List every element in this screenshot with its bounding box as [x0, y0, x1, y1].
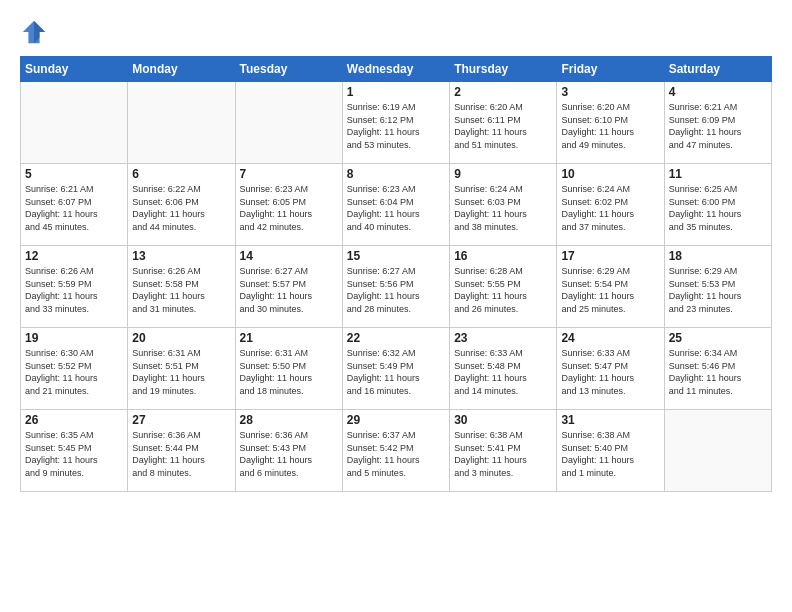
calendar-cell: 16Sunrise: 6:28 AM Sunset: 5:55 PM Dayli… — [450, 246, 557, 328]
calendar-cell: 7Sunrise: 6:23 AM Sunset: 6:05 PM Daylig… — [235, 164, 342, 246]
calendar-week-2: 5Sunrise: 6:21 AM Sunset: 6:07 PM Daylig… — [21, 164, 772, 246]
cell-info: Sunrise: 6:31 AM Sunset: 5:51 PM Dayligh… — [132, 347, 230, 397]
calendar-cell: 8Sunrise: 6:23 AM Sunset: 6:04 PM Daylig… — [342, 164, 449, 246]
cell-info: Sunrise: 6:20 AM Sunset: 6:11 PM Dayligh… — [454, 101, 552, 151]
weekday-header-thursday: Thursday — [450, 57, 557, 82]
day-number: 21 — [240, 331, 338, 345]
cell-info: Sunrise: 6:29 AM Sunset: 5:53 PM Dayligh… — [669, 265, 767, 315]
calendar-cell: 14Sunrise: 6:27 AM Sunset: 5:57 PM Dayli… — [235, 246, 342, 328]
day-number: 4 — [669, 85, 767, 99]
calendar-cell — [128, 82, 235, 164]
cell-info: Sunrise: 6:38 AM Sunset: 5:41 PM Dayligh… — [454, 429, 552, 479]
day-number: 27 — [132, 413, 230, 427]
calendar-cell: 28Sunrise: 6:36 AM Sunset: 5:43 PM Dayli… — [235, 410, 342, 492]
day-number: 9 — [454, 167, 552, 181]
calendar-cell: 29Sunrise: 6:37 AM Sunset: 5:42 PM Dayli… — [342, 410, 449, 492]
cell-info: Sunrise: 6:21 AM Sunset: 6:09 PM Dayligh… — [669, 101, 767, 151]
calendar-cell — [664, 410, 771, 492]
cell-info: Sunrise: 6:26 AM Sunset: 5:58 PM Dayligh… — [132, 265, 230, 315]
calendar-cell: 25Sunrise: 6:34 AM Sunset: 5:46 PM Dayli… — [664, 328, 771, 410]
weekday-header-monday: Monday — [128, 57, 235, 82]
cell-info: Sunrise: 6:29 AM Sunset: 5:54 PM Dayligh… — [561, 265, 659, 315]
calendar-cell: 27Sunrise: 6:36 AM Sunset: 5:44 PM Dayli… — [128, 410, 235, 492]
calendar-week-5: 26Sunrise: 6:35 AM Sunset: 5:45 PM Dayli… — [21, 410, 772, 492]
day-number: 14 — [240, 249, 338, 263]
day-number: 7 — [240, 167, 338, 181]
cell-info: Sunrise: 6:32 AM Sunset: 5:49 PM Dayligh… — [347, 347, 445, 397]
cell-info: Sunrise: 6:21 AM Sunset: 6:07 PM Dayligh… — [25, 183, 123, 233]
day-number: 20 — [132, 331, 230, 345]
calendar-cell: 22Sunrise: 6:32 AM Sunset: 5:49 PM Dayli… — [342, 328, 449, 410]
weekday-header-sunday: Sunday — [21, 57, 128, 82]
day-number: 13 — [132, 249, 230, 263]
day-number: 22 — [347, 331, 445, 345]
cell-info: Sunrise: 6:36 AM Sunset: 5:44 PM Dayligh… — [132, 429, 230, 479]
cell-info: Sunrise: 6:23 AM Sunset: 6:05 PM Dayligh… — [240, 183, 338, 233]
day-number: 6 — [132, 167, 230, 181]
cell-info: Sunrise: 6:27 AM Sunset: 5:56 PM Dayligh… — [347, 265, 445, 315]
calendar-cell — [21, 82, 128, 164]
day-number: 3 — [561, 85, 659, 99]
calendar-cell: 12Sunrise: 6:26 AM Sunset: 5:59 PM Dayli… — [21, 246, 128, 328]
day-number: 10 — [561, 167, 659, 181]
cell-info: Sunrise: 6:27 AM Sunset: 5:57 PM Dayligh… — [240, 265, 338, 315]
calendar-cell: 2Sunrise: 6:20 AM Sunset: 6:11 PM Daylig… — [450, 82, 557, 164]
cell-info: Sunrise: 6:22 AM Sunset: 6:06 PM Dayligh… — [132, 183, 230, 233]
cell-info: Sunrise: 6:28 AM Sunset: 5:55 PM Dayligh… — [454, 265, 552, 315]
calendar-cell: 9Sunrise: 6:24 AM Sunset: 6:03 PM Daylig… — [450, 164, 557, 246]
calendar-cell: 4Sunrise: 6:21 AM Sunset: 6:09 PM Daylig… — [664, 82, 771, 164]
calendar-cell: 30Sunrise: 6:38 AM Sunset: 5:41 PM Dayli… — [450, 410, 557, 492]
day-number: 29 — [347, 413, 445, 427]
page: SundayMondayTuesdayWednesdayThursdayFrid… — [0, 0, 792, 612]
calendar-cell: 24Sunrise: 6:33 AM Sunset: 5:47 PM Dayli… — [557, 328, 664, 410]
day-number: 24 — [561, 331, 659, 345]
day-number: 31 — [561, 413, 659, 427]
day-number: 25 — [669, 331, 767, 345]
calendar-week-4: 19Sunrise: 6:30 AM Sunset: 5:52 PM Dayli… — [21, 328, 772, 410]
cell-info: Sunrise: 6:38 AM Sunset: 5:40 PM Dayligh… — [561, 429, 659, 479]
calendar-cell: 31Sunrise: 6:38 AM Sunset: 5:40 PM Dayli… — [557, 410, 664, 492]
calendar-cell: 26Sunrise: 6:35 AM Sunset: 5:45 PM Dayli… — [21, 410, 128, 492]
day-number: 28 — [240, 413, 338, 427]
calendar-cell — [235, 82, 342, 164]
calendar-cell: 10Sunrise: 6:24 AM Sunset: 6:02 PM Dayli… — [557, 164, 664, 246]
day-number: 17 — [561, 249, 659, 263]
calendar-cell: 15Sunrise: 6:27 AM Sunset: 5:56 PM Dayli… — [342, 246, 449, 328]
calendar-cell: 20Sunrise: 6:31 AM Sunset: 5:51 PM Dayli… — [128, 328, 235, 410]
cell-info: Sunrise: 6:37 AM Sunset: 5:42 PM Dayligh… — [347, 429, 445, 479]
cell-info: Sunrise: 6:20 AM Sunset: 6:10 PM Dayligh… — [561, 101, 659, 151]
calendar-cell: 18Sunrise: 6:29 AM Sunset: 5:53 PM Dayli… — [664, 246, 771, 328]
day-number: 15 — [347, 249, 445, 263]
cell-info: Sunrise: 6:33 AM Sunset: 5:48 PM Dayligh… — [454, 347, 552, 397]
calendar-header-row: SundayMondayTuesdayWednesdayThursdayFrid… — [21, 57, 772, 82]
day-number: 11 — [669, 167, 767, 181]
day-number: 23 — [454, 331, 552, 345]
weekday-header-tuesday: Tuesday — [235, 57, 342, 82]
day-number: 30 — [454, 413, 552, 427]
weekday-header-wednesday: Wednesday — [342, 57, 449, 82]
calendar-cell: 1Sunrise: 6:19 AM Sunset: 6:12 PM Daylig… — [342, 82, 449, 164]
day-number: 1 — [347, 85, 445, 99]
day-number: 18 — [669, 249, 767, 263]
cell-info: Sunrise: 6:30 AM Sunset: 5:52 PM Dayligh… — [25, 347, 123, 397]
cell-info: Sunrise: 6:26 AM Sunset: 5:59 PM Dayligh… — [25, 265, 123, 315]
cell-info: Sunrise: 6:25 AM Sunset: 6:00 PM Dayligh… — [669, 183, 767, 233]
day-number: 12 — [25, 249, 123, 263]
day-number: 26 — [25, 413, 123, 427]
day-number: 8 — [347, 167, 445, 181]
cell-info: Sunrise: 6:23 AM Sunset: 6:04 PM Dayligh… — [347, 183, 445, 233]
cell-info: Sunrise: 6:19 AM Sunset: 6:12 PM Dayligh… — [347, 101, 445, 151]
cell-info: Sunrise: 6:24 AM Sunset: 6:03 PM Dayligh… — [454, 183, 552, 233]
cell-info: Sunrise: 6:36 AM Sunset: 5:43 PM Dayligh… — [240, 429, 338, 479]
calendar-cell: 6Sunrise: 6:22 AM Sunset: 6:06 PM Daylig… — [128, 164, 235, 246]
calendar-cell: 23Sunrise: 6:33 AM Sunset: 5:48 PM Dayli… — [450, 328, 557, 410]
weekday-header-friday: Friday — [557, 57, 664, 82]
calendar-cell: 17Sunrise: 6:29 AM Sunset: 5:54 PM Dayli… — [557, 246, 664, 328]
calendar-cell: 21Sunrise: 6:31 AM Sunset: 5:50 PM Dayli… — [235, 328, 342, 410]
cell-info: Sunrise: 6:34 AM Sunset: 5:46 PM Dayligh… — [669, 347, 767, 397]
calendar-cell: 19Sunrise: 6:30 AM Sunset: 5:52 PM Dayli… — [21, 328, 128, 410]
logo-icon — [20, 18, 48, 46]
day-number: 19 — [25, 331, 123, 345]
calendar-cell: 3Sunrise: 6:20 AM Sunset: 6:10 PM Daylig… — [557, 82, 664, 164]
cell-info: Sunrise: 6:33 AM Sunset: 5:47 PM Dayligh… — [561, 347, 659, 397]
